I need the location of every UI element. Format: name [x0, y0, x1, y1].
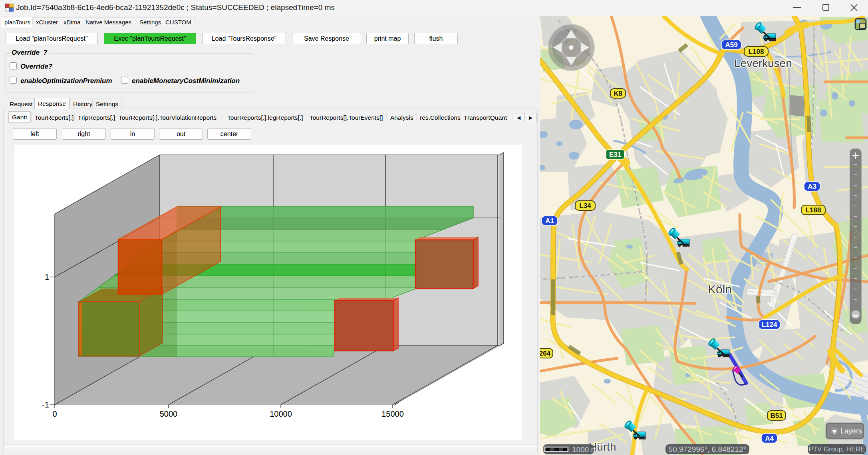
svg-text:1: 1: [45, 273, 49, 281]
svg-text:15000: 15000: [381, 410, 404, 418]
svg-text:A4: A4: [765, 435, 774, 442]
svg-text:L124: L124: [762, 321, 777, 328]
svg-text:0: 0: [52, 410, 57, 418]
svg-text:A3: A3: [808, 183, 816, 190]
svg-text:K8: K8: [614, 90, 622, 97]
svg-text:PTV Group, HERE: PTV Group, HERE: [808, 445, 865, 453]
svg-text:Layers: Layers: [840, 427, 862, 435]
svg-text:L188: L188: [806, 206, 821, 214]
svg-text:1000 m: 1000 m: [572, 445, 597, 454]
svg-text:B51: B51: [770, 412, 783, 419]
svg-text:L108: L108: [749, 48, 764, 55]
svg-text:-1: -1: [42, 400, 49, 409]
svg-text:10000: 10000: [270, 410, 292, 418]
svg-text:Köln: Köln: [708, 283, 732, 296]
svg-text:L34: L34: [579, 202, 591, 210]
svg-text:E31: E31: [609, 151, 621, 158]
svg-text:264: 264: [540, 350, 551, 357]
svg-text:A1: A1: [545, 217, 554, 225]
svg-text:5000: 5000: [160, 410, 178, 418]
svg-text:A59: A59: [725, 41, 737, 49]
svg-text:50,972996°, 6,848212°: 50,972996°, 6,848212°: [669, 445, 747, 453]
svg-text:Leverkusen: Leverkusen: [734, 57, 792, 69]
